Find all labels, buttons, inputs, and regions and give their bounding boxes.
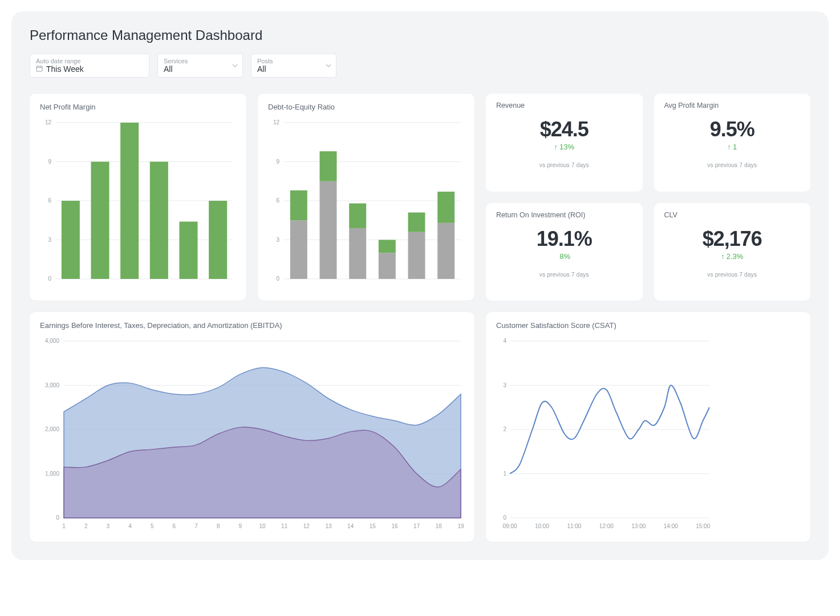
svg-text:1,000: 1,000 [45,471,59,477]
svg-text:3: 3 [503,382,506,388]
svg-rect-15 [91,162,109,279]
page-title: Performance Management Dashboard [30,27,810,43]
svg-text:11:00: 11:00 [567,523,581,529]
svg-rect-37 [379,240,396,253]
card-net-profit-margin: Net Profit Margin 036912 [30,94,246,301]
metrics-grid: Revenue $24.5 ↑13% vs previous 7 days Av… [486,94,810,301]
card-ebitda: Earnings Before Interest, Taxes, Depreci… [30,312,474,542]
svg-rect-17 [150,162,168,279]
metric-label: Return On Investment (ROI) [496,211,632,219]
metric-delta: 8% [496,252,632,261]
metric-value: $2,176 [664,227,801,251]
svg-rect-18 [179,222,197,279]
svg-text:18: 18 [436,523,443,529]
svg-rect-41 [437,192,455,223]
filter-date-range[interactable]: Auto date range This Week [30,54,149,78]
svg-text:15: 15 [370,523,376,529]
arrow-up-icon: ↑ [727,143,731,151]
metric-value: $24.5 [496,117,632,141]
arrow-up-icon: ↑ [721,252,725,261]
metric-value: 9.5% [664,117,801,141]
svg-rect-19 [209,201,227,279]
svg-text:0: 0 [56,514,59,521]
metric-delta: ↑1 [664,143,801,151]
svg-text:3: 3 [107,523,110,529]
svg-rect-38 [408,232,425,279]
svg-rect-32 [320,181,337,279]
svg-text:15:00: 15:00 [696,523,710,529]
svg-text:9: 9 [48,159,51,165]
svg-text:12:00: 12:00 [599,523,614,529]
svg-rect-16 [120,123,139,279]
filter-value: This Week [46,64,84,74]
filter-services[interactable]: Services All [157,54,243,78]
chart-csat: 0123409:0010:0011:0012:0013:0014:0015:00 [496,337,713,530]
svg-rect-31 [290,191,307,221]
chevron-down-icon [326,64,331,67]
svg-text:4: 4 [503,338,506,344]
metric-sub: vs previous 7 days [664,271,801,278]
card-debt-equity: Debt-to-Equity Ratio 036912 [258,94,474,301]
svg-rect-34 [349,228,366,279]
filter-value: All [164,64,173,74]
metric-label: Avg Profit Margin [664,102,801,110]
svg-text:17: 17 [413,523,420,529]
calendar-icon [36,64,43,74]
svg-text:12: 12 [273,119,280,125]
svg-rect-36 [379,253,396,279]
chart-ebitda: 01,0002,0003,0004,0001234567891011121314… [40,337,464,530]
svg-rect-33 [320,151,337,181]
dashboard-page: Performance Management Dashboard Auto da… [11,11,829,560]
filter-bar: Auto date range This Week Services All P… [30,54,810,78]
card-title: Earnings Before Interest, Taxes, Depreci… [40,321,464,330]
metric-label: Revenue [496,102,632,110]
svg-text:2,000: 2,000 [45,426,59,432]
svg-text:6: 6 [173,523,176,529]
svg-text:3: 3 [48,237,51,243]
svg-text:4: 4 [128,523,132,529]
card-csat: Customer Satisfaction Score (CSAT) 01234… [486,312,810,542]
svg-text:2: 2 [84,523,88,529]
chart-net-profit-margin: 036912 [40,118,236,289]
svg-text:9: 9 [239,523,242,529]
svg-text:2: 2 [503,426,506,432]
svg-text:4,000: 4,000 [45,338,59,344]
metric-sub: vs previous 7 days [496,271,632,278]
svg-text:1: 1 [503,471,506,477]
metric-sub: vs previous 7 days [664,161,801,168]
metric-label: CLV [664,211,801,219]
metric-clv: CLV $2,176 ↑2.3% vs previous 7 days [654,203,811,301]
svg-text:13:00: 13:00 [631,523,646,529]
svg-rect-0 [36,66,42,71]
filter-label: Posts [257,58,330,64]
svg-text:0: 0 [276,275,279,282]
metric-sub: vs previous 7 days [496,161,632,168]
card-title: Debt-to-Equity Ratio [268,103,464,111]
svg-text:11: 11 [281,523,288,529]
svg-text:7: 7 [194,523,198,529]
chevron-down-icon [232,64,238,67]
metric-roi: Return On Investment (ROI) 19.1% 8% vs p… [486,203,643,301]
filter-label: Auto date range [36,58,143,64]
svg-text:13: 13 [325,523,332,529]
filter-posts[interactable]: Posts All [251,54,336,78]
svg-text:9: 9 [276,159,279,165]
svg-text:14:00: 14:00 [664,523,678,529]
svg-rect-35 [349,204,366,228]
svg-text:0: 0 [48,275,51,282]
svg-text:3: 3 [276,237,279,243]
card-title: Customer Satisfaction Score (CSAT) [496,321,800,330]
filter-label: Services [164,58,237,64]
chart-debt-equity: 036912 [268,118,464,289]
svg-text:0: 0 [503,514,506,521]
svg-text:5: 5 [151,523,154,529]
svg-text:6: 6 [48,197,51,204]
svg-rect-40 [437,223,455,279]
card-title: Net Profit Margin [40,103,236,111]
svg-text:19: 19 [457,523,464,529]
svg-rect-39 [408,213,425,232]
svg-text:3,000: 3,000 [45,382,59,388]
metric-delta: ↑2.3% [664,252,801,261]
svg-text:09:00: 09:00 [502,523,517,529]
metric-avg-profit-margin: Avg Profit Margin 9.5% ↑1 vs previous 7 … [654,94,811,192]
